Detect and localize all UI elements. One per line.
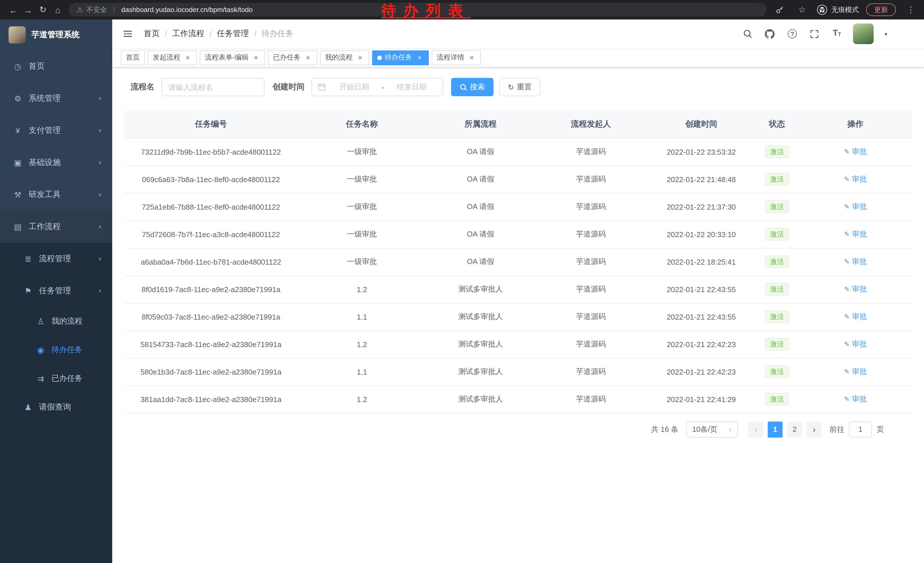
sidebar-item-home[interactable]: ◷ 首页 xyxy=(0,50,112,83)
breadcrumb-task-management[interactable]: 任务管理 xyxy=(217,29,249,39)
fullscreen-icon[interactable] xyxy=(808,27,821,40)
approve-button[interactable]: ✎ 审批 xyxy=(844,201,867,212)
approve-button[interactable]: ✎ 审批 xyxy=(844,257,867,267)
back-icon[interactable]: ← xyxy=(6,2,21,17)
forward-icon[interactable]: → xyxy=(21,2,36,17)
cell-task-id: 8f0d1619-7ac8-11ec-a9e2-a2380e71991a xyxy=(124,275,298,303)
column-actions: 操作 xyxy=(798,111,912,138)
cell-created-time: 2022-01-21 22:43:55 xyxy=(647,303,756,330)
sidebar-item-my-process[interactable]: ♙ 我的流程 xyxy=(0,307,112,336)
sidebar-item-devtools[interactable]: ⚒ 研发工具 ∨ xyxy=(0,179,112,211)
page-size-select[interactable]: 10条/页 ∨ xyxy=(686,421,738,437)
filter-bar: 流程名 创建时间 开始日期 - 结束日期 xyxy=(130,78,912,96)
edit-icon: ✎ xyxy=(844,313,850,321)
cell-task-id: 75d72608-7b7f-11ec-a3c8-acde48001122 xyxy=(124,221,298,248)
total-count: 共 16 条 xyxy=(651,424,678,434)
sidebar-item-leave-query[interactable]: ♟ 请假查询 xyxy=(0,393,112,422)
table-row: 580e1b3d-7ac8-11ec-a9e2-a2380e71991a 1.1… xyxy=(124,358,912,386)
sidebar-menu: ◷ 首页 ⚙ 系统管理 ∨ ¥ 支付管理 ∨ ▣ 基础设施 ∨ xyxy=(0,50,112,422)
table-header-row: 任务编号 任务名称 所属流程 流程发起人 创建时间 状态 操作 xyxy=(124,111,912,138)
process-name-input[interactable] xyxy=(162,78,264,96)
sidebar-item-task-management[interactable]: ⚑ 任务管理 ∧ xyxy=(0,275,112,307)
sidebar-item-workflow[interactable]: ▤ 工作流程 ∧ xyxy=(0,211,112,243)
breadcrumb-current: 待办任务 xyxy=(261,29,293,39)
tab-process-form-edit[interactable]: 流程表单-编辑 × xyxy=(200,50,265,65)
home-icon[interactable]: ⌂ xyxy=(50,2,65,17)
close-icon[interactable]: × xyxy=(304,54,312,62)
cell-created-time: 2022-01-21 22:41:29 xyxy=(647,386,756,413)
status-badge: 激活 xyxy=(765,255,789,268)
prev-page-button[interactable]: ‹ xyxy=(748,421,763,437)
screen: ← → ↻ ⌂ ⚠ 不安全 dashboard.yudao.iocoder.cn… xyxy=(0,0,924,563)
status-badge: 激活 xyxy=(765,146,789,158)
page-button-2[interactable]: 2 xyxy=(787,421,802,437)
close-icon[interactable]: × xyxy=(416,54,424,62)
avatar[interactable] xyxy=(853,24,874,44)
cell-initiator: 芋道源码 xyxy=(535,275,647,303)
approve-button[interactable]: ✎ 审批 xyxy=(844,394,867,404)
cell-initiator: 芋道源码 xyxy=(535,358,647,386)
status-badge: 激活 xyxy=(765,393,789,405)
approve-button[interactable]: ✎ 审批 xyxy=(844,284,867,294)
approve-button[interactable]: ✎ 审批 xyxy=(844,339,867,349)
pagination: 共 16 条 10条/页 ∨ ‹ 12 › 前往 页 xyxy=(112,421,884,437)
chevron-icon: ∨ xyxy=(98,256,102,261)
sidebar-item-system[interactable]: ⚙ 系统管理 ∨ xyxy=(0,83,112,114)
close-icon[interactable]: × xyxy=(252,54,260,62)
sidebar-item-process-management[interactable]: ≣ 流程管理 ∨ xyxy=(0,243,112,275)
cell-initiator: 芋道源码 xyxy=(535,248,647,275)
cell-task-id: 58154733-7ac8-11ec-a9e2-a2380e71991a xyxy=(124,330,298,358)
chevron-icon: ∨ xyxy=(98,160,102,165)
date-range-picker[interactable]: 开始日期 - 结束日期 xyxy=(311,78,443,96)
table-row: 8f0d1619-7ac8-11ec-a9e2-a2380e71991a 1.2… xyxy=(124,275,912,303)
cell-initiator: 芋道源码 xyxy=(535,193,647,221)
tools-icon: ⚒ xyxy=(12,190,24,199)
goto-page-input[interactable] xyxy=(849,421,872,437)
sidebar-item-done-tasks[interactable]: ⇉ 已办任务 xyxy=(0,364,112,393)
sidebar-item-infrastructure[interactable]: ▣ 基础设施 ∨ xyxy=(0,147,112,179)
logo-image xyxy=(9,26,26,44)
refresh-icon[interactable]: ↻ xyxy=(36,2,50,17)
approve-button[interactable]: ✎ 审批 xyxy=(844,312,867,322)
font-size-icon[interactable]: TT xyxy=(831,27,843,40)
key-icon[interactable] xyxy=(772,2,787,17)
sidebar-item-todo-tasks[interactable]: ◉ 待办任务 xyxy=(0,336,112,364)
github-icon[interactable] xyxy=(764,27,776,40)
url-text: dashboard.yudao.iocoder.cn/bpm/task/todo xyxy=(122,6,253,14)
hamburger-icon[interactable] xyxy=(121,27,135,41)
page-unit-label: 页 xyxy=(876,424,884,434)
table-row: 8f059c03-7ac8-11ec-a9e2-a2380e71991a 1.1… xyxy=(124,303,912,330)
breadcrumb-home[interactable]: 首页 xyxy=(144,29,160,39)
chevron-icon: ∨ xyxy=(98,128,102,133)
approve-button[interactable]: ✎ 审批 xyxy=(844,366,867,377)
tab-process-detail[interactable]: 流程详情 × xyxy=(432,50,481,65)
table-row: 75d72608-7b7f-11ec-a3c8-acde48001122 一级审… xyxy=(124,221,912,248)
caret-down-icon[interactable]: ▾ xyxy=(885,31,887,37)
incognito-label: 无痕模式 xyxy=(831,5,859,15)
approve-button[interactable]: ✎ 审批 xyxy=(844,229,867,239)
tab-my-process[interactable]: 我的流程 × xyxy=(320,50,369,65)
next-page-button[interactable]: › xyxy=(807,421,822,437)
reset-button[interactable]: ↻ 重置 xyxy=(499,78,540,96)
kebab-menu-icon[interactable]: ⋮ xyxy=(903,2,918,17)
bookmark-star-icon[interactable]: ☆ xyxy=(795,2,810,17)
close-icon[interactable]: × xyxy=(184,54,192,62)
tab-start-process[interactable]: 发起流程 × xyxy=(148,50,197,65)
status-badge: 激活 xyxy=(765,311,789,323)
tab-todo-tasks[interactable]: 待办任务 × xyxy=(372,50,429,65)
table-row: 73211d9d-7b9b-11ec-b5b7-acde48001122 一级审… xyxy=(124,138,912,165)
help-icon[interactable]: ? xyxy=(786,27,799,40)
approve-button[interactable]: ✎ 审批 xyxy=(844,174,867,185)
search-icon[interactable] xyxy=(741,27,754,40)
search-button[interactable]: 搜索 xyxy=(451,78,494,96)
tab-done-tasks[interactable]: 已办任务 × xyxy=(268,50,317,65)
update-button[interactable]: 更新 xyxy=(866,3,896,16)
security-label[interactable]: 不安全 xyxy=(87,5,107,15)
close-icon[interactable]: × xyxy=(468,54,476,62)
close-icon[interactable]: × xyxy=(356,54,364,62)
tab-home[interactable]: 首页 xyxy=(121,50,145,65)
sidebar-item-payment[interactable]: ¥ 支付管理 ∨ xyxy=(0,114,112,147)
approve-button[interactable]: ✎ 审批 xyxy=(844,147,867,157)
breadcrumb-workflow[interactable]: 工作流程 xyxy=(172,29,204,39)
page-button-1[interactable]: 1 xyxy=(768,421,783,437)
